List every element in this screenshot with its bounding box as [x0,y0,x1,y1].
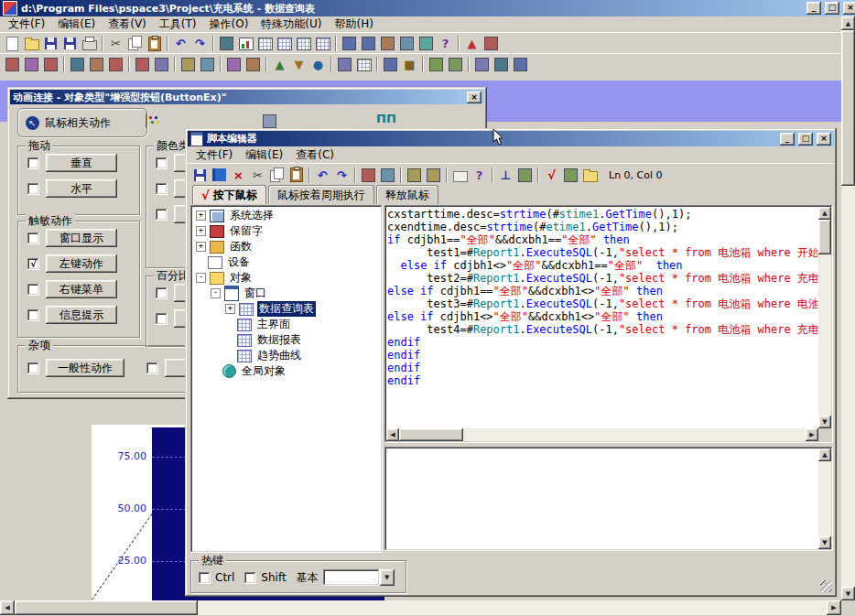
mail-icon[interactable] [450,166,470,184]
new-window2-icon[interactable] [511,56,530,74]
table-icon[interactable] [255,35,275,53]
paste-icon[interactable] [145,35,164,53]
indent-icon[interactable] [359,166,378,184]
close-icon[interactable]: × [817,133,831,146]
menu-item-0[interactable]: 文件(F) [189,146,239,164]
triangle-icon[interactable]: ▲ [270,56,289,74]
redo-icon[interactable]: ↷ [190,35,210,53]
menu-item-1[interactable]: 编辑(E) [51,16,102,33]
script-editor-title-bar[interactable]: 脚本编辑器 _ □ × [188,131,834,146]
sort-icon[interactable] [424,166,443,184]
align-left-icon[interactable] [3,56,22,74]
same-height-icon[interactable] [152,56,171,74]
tree-item[interactable]: +函数 [192,239,381,254]
new-window-icon[interactable] [378,35,397,53]
main-vertical-scrollbar[interactable]: ▲ ▼ [841,16,855,600]
title-bar[interactable]: d:\Program Files\pspace3\Project\充电系统 - … [0,0,855,16]
maximize-button[interactable]: □ [798,133,813,146]
description-vertical-scrollbar[interactable]: ▲ ▼ [818,448,831,549]
checkbox[interactable] [27,157,39,169]
undo-icon[interactable]: ↶ [171,35,190,53]
tab-mouse-release[interactable]: 释放鼠标 [376,185,438,204]
minimize-button[interactable]: _ [806,2,821,15]
tree-item[interactable]: +系统选择 [192,208,381,223]
close-icon[interactable]: × [467,92,482,103]
tree-expander[interactable]: + [196,211,206,221]
chevron-down-icon[interactable]: ▼ [380,569,395,586]
scroll-down-icon[interactable]: ▼ [818,416,831,428]
scroll-up-icon[interactable]: ▲ [818,448,831,461]
open-small-icon[interactable] [580,166,600,184]
group-icon[interactable] [427,56,446,74]
open-icon[interactable] [22,35,41,53]
menu-item-3[interactable]: 工具(T) [153,16,203,33]
ctrl-checkbox[interactable] [199,572,211,584]
tree-item[interactable]: 全局对象 [192,363,381,379]
shift-checkbox[interactable] [244,572,256,584]
clear-icon[interactable] [515,166,535,184]
settings-icon[interactable] [417,35,436,53]
scrollbar-thumb[interactable] [399,428,463,441]
paste-icon[interactable] [287,166,306,184]
tree-expander[interactable]: - [211,288,221,298]
scroll-down-icon[interactable]: ▼ [841,587,855,600]
action-button[interactable]: 信息提示 [46,306,117,324]
tree-expander[interactable]: + [196,226,206,236]
find-icon[interactable] [340,35,359,53]
scroll-up-icon[interactable]: ▲ [841,16,855,30]
center-v-icon[interactable] [106,56,125,74]
send-back-icon[interactable] [244,56,263,74]
check-script-icon[interactable]: √ [542,166,561,184]
checkbox[interactable] [156,183,168,195]
hotkey-combobox[interactable]: ▼ [323,569,395,586]
checkbox[interactable] [156,157,168,169]
action-button[interactable]: 左键动作 [46,254,117,273]
tree-expander[interactable]: + [225,304,235,314]
value-output-icon[interactable]: ΠΠ [376,112,396,125]
tab-mouse-down[interactable]: √按下鼠标 [192,185,266,204]
menu-item-1[interactable]: 编辑(E) [239,146,289,164]
tree-item[interactable]: 主界面 [192,317,381,332]
code-vertical-scrollbar[interactable]: ▲ ▼ [818,207,831,428]
menu-item-5[interactable]: 特殊功能(U) [254,16,328,33]
lock-icon[interactable]: ■ [400,56,419,74]
action-button[interactable]: 一般性动作 [46,359,124,377]
flip-h-icon[interactable] [198,56,217,74]
tree-item[interactable]: +数据查询表 [192,301,381,317]
align-top-icon[interactable] [41,56,60,74]
copy-icon[interactable] [267,166,287,184]
save-icon[interactable] [190,166,210,184]
snap-grid-icon[interactable] [354,56,373,74]
brush-icon[interactable] [482,35,501,53]
text-icon[interactable] [217,35,236,53]
rotate-icon[interactable] [179,56,198,74]
checkbox[interactable]: √ [27,258,39,270]
bring-front-icon[interactable] [224,56,244,74]
scrollbar-thumb[interactable] [841,30,855,186]
tree-item[interactable]: 数据报表 [192,332,381,348]
layout-icon[interactable] [335,56,354,74]
checkbox[interactable] [27,309,39,321]
ruler-icon[interactable]: ⊥ [496,166,515,184]
chart-icon[interactable] [236,35,255,53]
report-icon[interactable] [275,35,294,53]
cascade-icon[interactable] [472,56,492,74]
help-icon[interactable]: ? [470,166,489,184]
menu-item-2[interactable]: 查看(C) [289,146,341,164]
palette-icon[interactable] [146,113,147,128]
print-icon[interactable] [80,35,99,53]
undo-icon[interactable]: ↶ [313,166,332,184]
copy-icon[interactable] [125,35,145,53]
ungroup-icon[interactable] [446,56,465,74]
close-button[interactable]: × [843,2,855,15]
dialog-title-bar[interactable]: 动画连接 - 对象类型"增强型按钮(ButtonEx)" × [10,90,484,104]
center-h-icon[interactable] [87,56,106,74]
tree-item[interactable]: -对象 [192,270,381,286]
edit-icon[interactable] [561,166,580,184]
list-icon[interactable] [405,166,424,184]
tree-item[interactable]: +保留字 [192,223,381,239]
action-button[interactable]: 水平 [46,179,117,198]
action-button[interactable]: 窗口显示 [46,229,117,247]
tab-mouse-hold-cycle[interactable]: 鼠标按着周期执行 [268,185,374,204]
code-editor-panel[interactable]: cxstarttime.desc=strtime(#stime1.GetTime… [384,205,833,443]
